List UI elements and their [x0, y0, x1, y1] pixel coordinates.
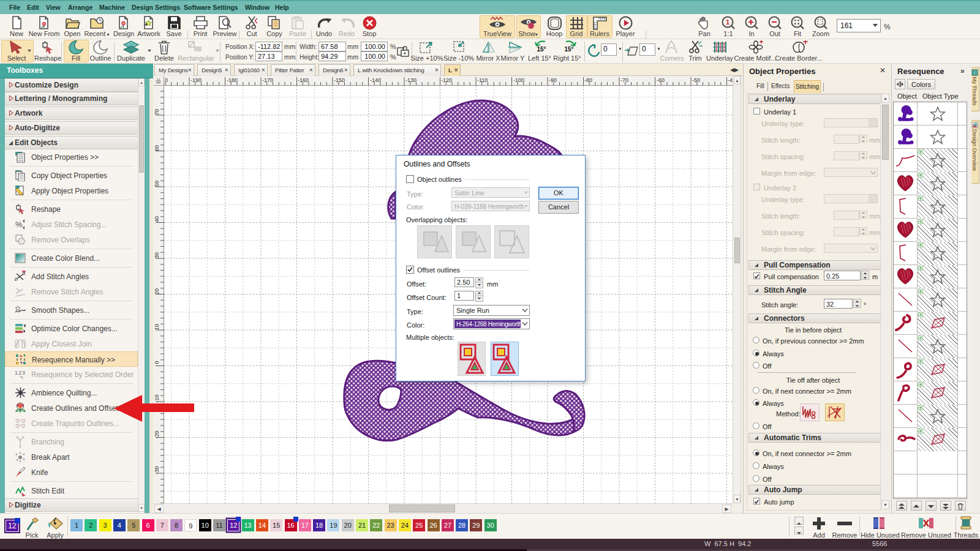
- svg-text:-80: -80: [584, 77, 592, 83]
- svg-text:60: 60: [154, 145, 160, 151]
- svg-text:-180: -180: [227, 77, 238, 83]
- svg-text:1: 1: [726, 18, 729, 26]
- svg-text:10: 10: [154, 324, 160, 330]
- svg-text:40: 40: [154, 216, 160, 222]
- svg-text:70: 70: [154, 109, 160, 115]
- svg-text:-140: -140: [370, 77, 381, 83]
- svg-text:-150: -150: [334, 77, 345, 83]
- svg-text:50: 50: [154, 181, 160, 187]
- svg-text:-110: -110: [477, 77, 488, 83]
- svg-text:30: 30: [154, 252, 160, 258]
- svg-text:0: 0: [154, 361, 160, 364]
- svg-text:-120: -120: [441, 77, 452, 83]
- svg-text:123: 123: [15, 370, 26, 376]
- svg-text:-190: -190: [190, 77, 202, 83]
- svg-text:20: 20: [154, 288, 160, 294]
- svg-text:-40: -40: [728, 77, 733, 83]
- svg-text:-50: -50: [692, 77, 700, 83]
- svg-text:-90: -90: [549, 77, 557, 83]
- svg-text:-30: -30: [154, 466, 160, 474]
- svg-text:15°: 15°: [564, 46, 573, 53]
- svg-text:-100: -100: [513, 77, 524, 83]
- svg-text:-170: -170: [262, 77, 273, 83]
- svg-text:-130: -130: [405, 77, 417, 83]
- svg-text:-160: -160: [298, 77, 309, 83]
- svg-text:%: %: [15, 220, 23, 229]
- svg-text:15°: 15°: [537, 46, 546, 53]
- svg-text:0: 0: [165, 77, 168, 83]
- svg-text:-60: -60: [657, 77, 665, 83]
- svg-text:-20: -20: [154, 430, 160, 438]
- svg-text:-70: -70: [620, 77, 628, 83]
